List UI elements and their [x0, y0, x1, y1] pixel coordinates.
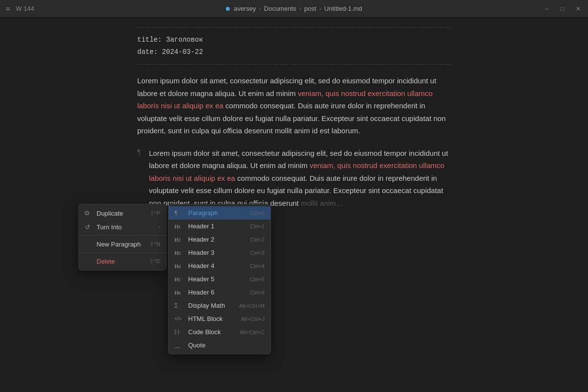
menu-shortcut-delete: ⇧^D: [149, 258, 160, 265]
breadcrumb-sep-2: ›: [319, 5, 321, 12]
paragraph-2-container: ¶ Lorem ipsum dolor sit amet, consectetu…: [137, 147, 451, 210]
titlebar-left: ≡ W 144: [6, 5, 34, 13]
paragraph-type-icon: ¶: [174, 210, 184, 217]
titlebar-controls: ─ □ ✕: [543, 5, 582, 13]
minimize-button[interactable]: ─: [543, 5, 551, 13]
turninto-paragraph[interactable]: ¶ Paragraph Ctrl+0: [169, 206, 270, 220]
menu-item-duplicate[interactable]: ⧉ Duplicate ⇧^P: [79, 206, 166, 220]
turninto-shortcut-h6: Ctrl+6: [250, 290, 265, 295]
menu-shortcut-duplicate: ⇧^P: [150, 210, 161, 217]
turninto-shortcut-html: Alt+Ctrl+J: [241, 316, 265, 322]
duplicate-icon: ⧉: [85, 209, 93, 217]
h3-icon: H3: [174, 249, 184, 256]
breadcrumb-part-0[interactable]: aversey: [234, 5, 256, 12]
context-menu-left: ⧉ Duplicate ⇧^P ↺ Turn Into › New Paragr…: [78, 204, 167, 270]
turninto-label-h2: Header 2: [188, 236, 250, 243]
h6-icon: H6: [174, 289, 184, 296]
menu-separator-1: [79, 235, 166, 236]
menu-item-delete[interactable]: Delete ⇧^D: [79, 254, 166, 268]
turninto-shortcut-code: Alt+Ctrl+C: [240, 329, 265, 335]
turninto-quote[interactable]: __ Quote: [169, 339, 270, 352]
breadcrumb-dot: [226, 7, 230, 11]
turninto-shortcut-h5: Ctrl+5: [250, 276, 265, 282]
h5-icon: H5: [174, 276, 184, 283]
turninto-code[interactable]: {-} Code Block Alt+Ctrl+C: [169, 325, 270, 339]
menu-label-delete: Delete: [97, 258, 146, 265]
turninto-label-html: HTML Block: [188, 315, 241, 322]
menu-shortcut-new-para: ⇧^N: [149, 241, 160, 247]
breadcrumb-sep-1: ›: [299, 5, 301, 12]
breadcrumb: aversey › Documents › post › Untitled-1.…: [226, 5, 362, 12]
turninto-label-paragraph: Paragraph: [188, 209, 250, 217]
h4-icon: H4: [174, 263, 184, 270]
turninto-label-h4: Header 4: [188, 262, 250, 270]
hamburger-icon[interactable]: ≡: [6, 5, 10, 13]
turninto-math[interactable]: Σ Display Math Alt+Ctrl+M: [169, 299, 270, 312]
menu-label-turn-into: Turn Into: [97, 223, 158, 231]
h2-icon: H2: [174, 236, 184, 243]
turninto-label-h5: Header 5: [188, 275, 250, 283]
turn-into-arrow: ›: [158, 224, 160, 230]
turninto-h1[interactable]: H1 Header 1 Ctrl+1: [169, 220, 270, 233]
inline-highlight: veniam, quis nostrud exercitation ullamc…: [137, 89, 433, 110]
menu-label-duplicate: Duplicate: [97, 210, 146, 217]
turninto-h3[interactable]: H3 Header 3 Ctrl+3: [169, 246, 270, 259]
delete-icon: [85, 257, 93, 265]
frontmatter-title: title: Заголовок: [137, 34, 451, 46]
turninto-shortcut-math: Alt+Ctrl+M: [239, 303, 265, 309]
h1-icon: H1: [174, 223, 184, 230]
turninto-label-code: Code Block: [188, 328, 240, 336]
code-icon: {-}: [174, 329, 184, 335]
breadcrumb-sep-0: ›: [259, 5, 261, 12]
menu-item-new-paragraph[interactable]: New Paragraph ⇧^N: [79, 237, 166, 251]
frontmatter-date: date: 2024-03-22: [137, 46, 451, 58]
paragraph-2-truncated: mollit anim…: [301, 199, 343, 207]
turninto-shortcut-h1: Ctrl+1: [250, 223, 265, 229]
turninto-label-quote: Quote: [188, 342, 265, 349]
turninto-h5[interactable]: H5 Header 5 Ctrl+5: [169, 272, 270, 286]
titlebar: ≡ W 144 aversey › Documents › post › Unt…: [0, 0, 588, 18]
inline-highlight-2: veniam, quis nostrud exercitation ullamc…: [149, 161, 444, 182]
close-button[interactable]: ✕: [574, 5, 582, 13]
turninto-label-h6: Header 6: [188, 289, 250, 296]
breadcrumb-part-2[interactable]: post: [304, 5, 317, 12]
html-icon: </>: [174, 316, 184, 321]
turninto-h4[interactable]: H4 Header 4 Ctrl+4: [169, 259, 270, 272]
menu-separator-2: [79, 252, 166, 253]
editor-content: title: Заголовок date: 2024-03-22 Lorem …: [127, 27, 461, 209]
app-id: W 144: [16, 5, 34, 12]
context-menu-right: ¶ Paragraph Ctrl+0 H1 Header 1 Ctrl+1 H2…: [168, 204, 271, 354]
menu-label-new-para: New Paragraph: [97, 241, 146, 248]
quote-icon: __: [174, 343, 184, 348]
breadcrumb-part-3[interactable]: Untitled-1.md: [324, 5, 362, 12]
turninto-shortcut-h4: Ctrl+4: [250, 263, 265, 269]
paragraph-1: Lorem ipsum dolor sit amet, consectetur …: [137, 74, 451, 137]
paragraph-icon: ¶: [137, 148, 145, 210]
breadcrumb-part-1[interactable]: Documents: [264, 5, 296, 12]
turninto-label-h1: Header 1: [188, 222, 250, 230]
turninto-h2[interactable]: H2 Header 2 Ctrl+2: [169, 233, 270, 246]
turninto-h6[interactable]: H6 Header 6 Ctrl+6: [169, 286, 270, 299]
turninto-shortcut-paragraph: Ctrl+0: [250, 210, 265, 216]
new-para-icon: [85, 240, 93, 248]
turninto-shortcut-h2: Ctrl+2: [250, 237, 265, 243]
math-icon: Σ: [174, 302, 184, 309]
frontmatter-block: title: Заголовок date: 2024-03-22: [137, 27, 451, 65]
paragraph-2: Lorem ipsum dolor sit amet, consectetur …: [149, 147, 451, 210]
menu-item-turn-into[interactable]: ↺ Turn Into ›: [79, 220, 166, 234]
turn-into-icon: ↺: [85, 223, 93, 231]
maximize-button[interactable]: □: [559, 5, 566, 13]
turninto-label-h3: Header 3: [188, 249, 250, 256]
turninto-shortcut-h3: Ctrl+3: [250, 250, 265, 256]
turninto-html[interactable]: </> HTML Block Alt+Ctrl+J: [169, 312, 270, 325]
turninto-label-math: Display Math: [188, 302, 239, 309]
